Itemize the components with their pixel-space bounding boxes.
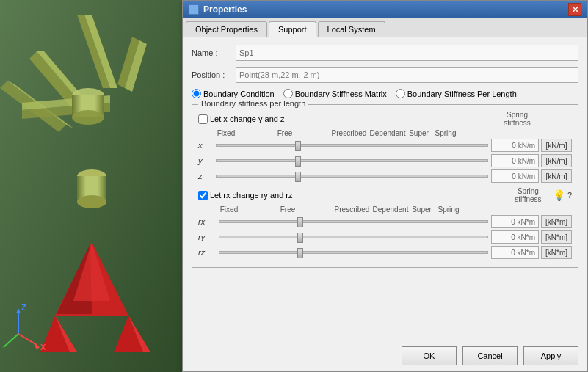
x-axis-label: X [40, 343, 46, 351]
close-button[interactable]: ✕ [568, 3, 581, 16]
dof-row-z: z [kN/m] [198, 169, 572, 183]
col-free-trans: Free [241, 129, 329, 137]
dof-x-stiffness-input[interactable] [491, 139, 539, 152]
dof-rz-label: rz [198, 248, 216, 257]
dof-row-ry: ry [kN*m] [198, 230, 572, 244]
dialog-title-text: Properties [203, 4, 247, 15]
radio-boundary-stiffness-per-length-label: Boundary Stiffness Per Length [407, 90, 517, 98]
dof-rz-unit: [kN*m] [541, 246, 572, 259]
dof-rz-slider[interactable] [219, 251, 488, 254]
dialog-body: Name : Position : Boundary Condition Bou… [183, 37, 587, 340]
col-prescribed-trans: Prescribed [329, 129, 369, 137]
dof-row-rx: rx [kN*m] [198, 215, 572, 228]
col-prescribed-rot: Prescribed [332, 205, 372, 214]
col-dependent-trans: Dependent [369, 129, 406, 137]
dialog-footer: OK Cancel Apply [183, 340, 587, 371]
name-row: Name : [192, 45, 578, 61]
radio-boundary-stiffness-matrix[interactable]: Boundary Stiffness Matrix [283, 89, 387, 98]
dof-ry-unit: [kN*m] [541, 230, 572, 244]
radio-boundary-stiffness-per-length[interactable]: Boundary Stiffness Per Length [396, 89, 517, 98]
dof-row-y: y [kN/m] [198, 154, 572, 167]
dialog-titlebar: Properties ✕ [183, 1, 587, 18]
col-super-trans: Super [406, 129, 432, 137]
tab-local-system[interactable]: Local System [318, 21, 385, 37]
tab-bar: Object Properties Support Local System [183, 18, 587, 37]
dof-z-stiffness-input[interactable] [491, 169, 539, 183]
radio-boundary-stiffness-matrix-label: Boundary Stiffness Matrix [295, 90, 387, 98]
position-input[interactable] [236, 67, 578, 83]
radio-boundary-condition[interactable]: Boundary Condition [192, 89, 275, 98]
info-question: ? [567, 191, 572, 200]
dof-z-label: z [198, 172, 213, 180]
col-fixed-rot: Fixed [214, 205, 244, 214]
dof-y-slider[interactable] [216, 159, 488, 162]
rotational-section: Let rx change ry and rz Springstiffness … [198, 187, 572, 259]
name-label: Name : [192, 48, 236, 57]
z-axis-label: Z [21, 303, 26, 312]
dof-row-x: x [kN/m] [198, 139, 572, 152]
svg-point-13 [72, 110, 104, 125]
dof-y-stiffness-input[interactable] [491, 154, 539, 167]
col-spring-trans: Spring [432, 129, 460, 137]
rot-spring-stiffness-header: Springstiffness [504, 187, 552, 203]
cancel-button[interactable]: Cancel [462, 346, 518, 365]
name-input[interactable] [236, 45, 578, 61]
dof-x-label: x [198, 141, 213, 150]
stiffness-group-box: Boundary stiffness per length Let x chan… [192, 104, 578, 268]
col-free-rot: Free [244, 205, 332, 214]
dialog-icon [189, 4, 199, 15]
dof-ry-stiffness-input[interactable] [491, 230, 539, 244]
trans-col-headers: Fixed Free Prescribed Dependent Super Sp… [198, 129, 572, 137]
let-rx-change-checkbox[interactable]: Let rx change ry and rz [198, 191, 293, 200]
group-box-title: Boundary stiffness per length [198, 99, 308, 108]
dof-rx-label: rx [198, 217, 216, 226]
apply-button[interactable]: Apply [523, 346, 578, 365]
boundary-type-radio-group: Boundary Condition Boundary Stiffness Ma… [192, 89, 578, 98]
trans-spring-stiffness-header: Springstiffness [493, 111, 541, 127]
dof-z-unit: [kN/m] [541, 169, 572, 183]
let-rx-change-label: Let rx change ry and rz [210, 191, 293, 200]
let-x-change-label: Let x change y and z [210, 114, 285, 123]
position-label: Position : [192, 70, 236, 79]
radio-boundary-condition-label: Boundary Condition [203, 90, 275, 98]
col-super-rot: Super [409, 205, 435, 214]
translational-section: Let x change y and z Springstiffness Fix… [198, 111, 572, 183]
dof-rx-stiffness-input[interactable] [491, 215, 539, 228]
dialog-title-area: Properties [189, 4, 247, 15]
info-icon[interactable]: 💡 [552, 189, 567, 201]
dof-ry-slider[interactable] [219, 236, 488, 238]
rot-col-headers: Fixed Free Prescribed Dependent Super Sp… [198, 205, 572, 214]
dof-z-slider[interactable] [216, 175, 488, 178]
svg-point-16 [77, 195, 106, 208]
dof-x-slider[interactable] [216, 144, 488, 147]
dof-row-rz: rz [kN*m] [198, 246, 572, 259]
viewport: Z X Y [0, 0, 182, 372]
dof-y-label: y [198, 156, 213, 165]
dof-y-unit: [kN/m] [541, 154, 572, 167]
position-row: Position : [192, 67, 578, 83]
ok-button[interactable]: OK [402, 346, 457, 365]
properties-dialog: Properties ✕ Object Properties Support L… [182, 0, 588, 372]
dof-ry-label: ry [198, 233, 216, 241]
tab-object-properties[interactable]: Object Properties [186, 21, 267, 37]
col-dependent-rot: Dependent [372, 205, 409, 214]
dof-rx-slider[interactable] [219, 220, 488, 223]
dof-x-unit: [kN/m] [541, 139, 572, 152]
col-spring-rot: Spring [435, 205, 462, 214]
dof-rx-unit: [kN*m] [541, 215, 572, 228]
tab-support[interactable]: Support [269, 21, 316, 37]
col-fixed-trans: Fixed [211, 129, 241, 137]
let-x-change-checkbox[interactable]: Let x change y and z [198, 114, 285, 124]
dof-rz-stiffness-input[interactable] [491, 246, 539, 259]
3d-structure: Z X Y [0, 0, 182, 372]
